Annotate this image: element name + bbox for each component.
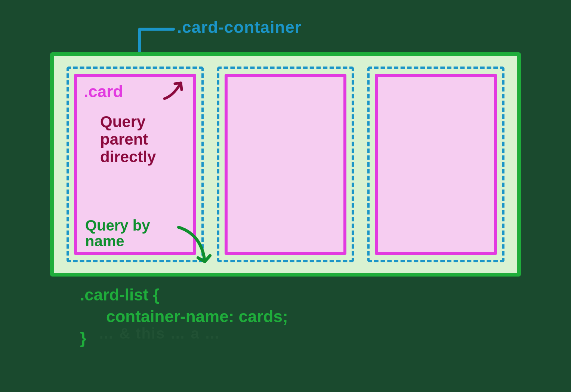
code-line-2: container-name: cards;	[80, 306, 288, 327]
card-container-2	[217, 67, 354, 262]
code-line-3: }	[80, 327, 288, 349]
card-3	[375, 74, 497, 255]
card-2	[225, 74, 347, 255]
arrow-to-code-icon	[176, 224, 224, 273]
card-list: .card Query parent directly Query by nam…	[50, 52, 521, 277]
label-card-container: .card-container	[177, 18, 302, 37]
annotation-query-by-name: Query by name	[85, 217, 150, 249]
diagram-stage: .card-container .card Query parent direc…	[24, 15, 547, 374]
card-container-1: .card Query parent directly Query by nam…	[67, 67, 204, 262]
code-line-1: .card-list {	[80, 284, 288, 306]
card-1: .card Query parent directly Query by nam…	[74, 74, 196, 255]
css-code-annotation: .card-list { container-name: cards; }	[80, 284, 288, 349]
card-container-3	[367, 67, 504, 262]
annotation-query-parent: Query parent directly	[100, 113, 156, 166]
label-card-class: .card	[84, 82, 123, 101]
arrow-to-card-border-icon	[162, 76, 192, 103]
